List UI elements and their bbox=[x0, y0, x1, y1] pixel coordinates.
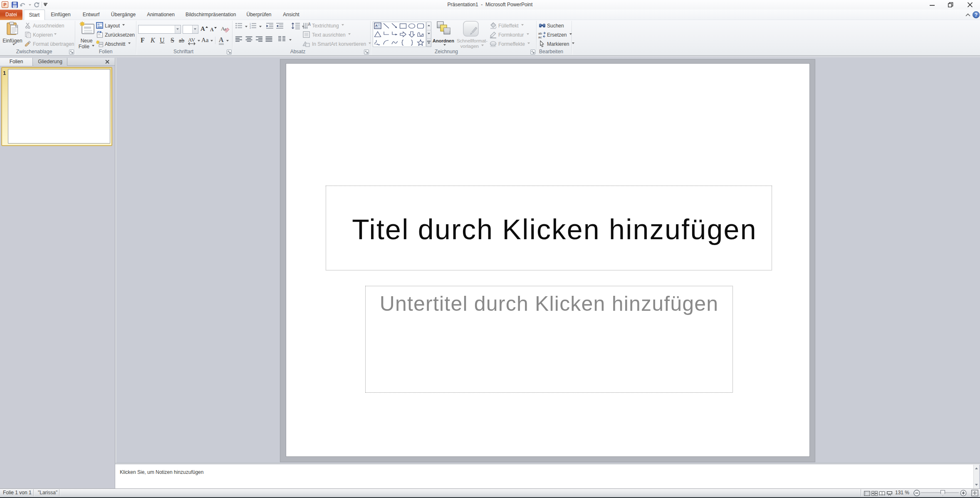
svg-text:ac: ac bbox=[538, 35, 542, 39]
svg-text:A: A bbox=[308, 22, 311, 27]
svg-text:3: 3 bbox=[250, 27, 251, 29]
svg-text:A: A bbox=[375, 24, 378, 27]
